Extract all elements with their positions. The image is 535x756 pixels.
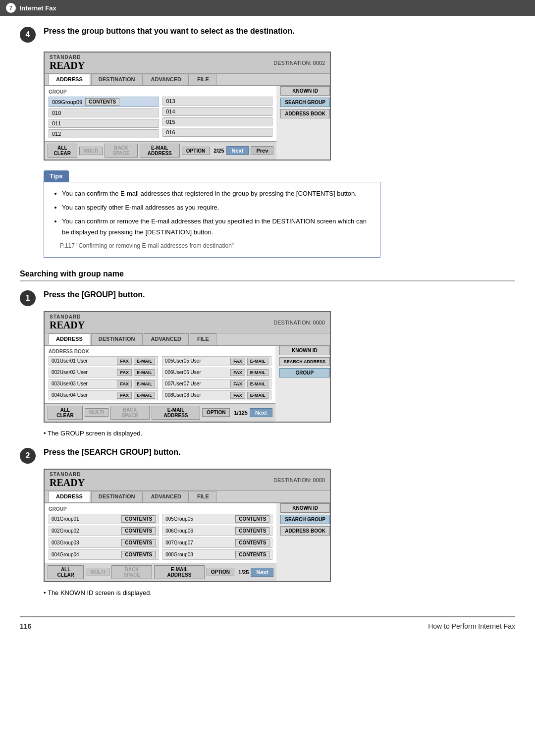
address-book-btn-1[interactable]: ADDRESS BOOK: [280, 109, 330, 118]
fax-btn-004[interactable]: FAX: [117, 392, 132, 399]
addr-013-num: 013: [166, 98, 180, 104]
group-btn-step1[interactable]: GROUP: [279, 368, 330, 378]
contents-btn-g006[interactable]: CONTENTS: [235, 527, 269, 535]
option-btn-step1[interactable]: OPTION: [202, 408, 230, 417]
fax-btn-006[interactable]: FAX: [230, 369, 245, 376]
option-btn-1[interactable]: OPTION: [182, 147, 210, 155]
fax-btn-003[interactable]: FAX: [117, 380, 132, 387]
contents-btn-009[interactable]: CONTENTS: [85, 98, 119, 106]
group-col-left-step2: 001Group01 CONTENTS 002Group02 CONTENTS …: [49, 514, 159, 560]
prev-btn-1[interactable]: Prev: [251, 146, 273, 155]
next-btn-1[interactable]: Next: [226, 146, 249, 155]
tab-advanced-1[interactable]: ADVANCED: [144, 74, 189, 85]
contents-btn-g003[interactable]: CONTENTS: [121, 539, 156, 546]
multi-btn-step2[interactable]: MULTI: [86, 568, 109, 576]
back-space-btn-1[interactable]: BACK SPACE: [105, 144, 137, 158]
fax-btn-007[interactable]: FAX: [230, 380, 245, 387]
email-btn-005[interactable]: E-MAIL: [247, 358, 268, 365]
fax-btn-005[interactable]: FAX: [230, 358, 245, 365]
group-row-005[interactable]: 005Group05 CONTENTS: [162, 514, 272, 524]
step-2-circle: 2: [20, 448, 36, 464]
address-row-015[interactable]: 015: [162, 117, 272, 126]
group-row-002[interactable]: 002Group02 CONTENTS: [49, 526, 159, 536]
known-id-btn-step1[interactable]: KNOWN ID: [279, 346, 330, 355]
tip-item-2: You can specify other E-mail addresses a…: [62, 202, 372, 213]
tab-destination-1[interactable]: DESTINATION: [91, 74, 143, 85]
email-btn-002[interactable]: E-MAIL: [134, 369, 155, 376]
tab-destination-step1[interactable]: DESTINATION: [91, 333, 143, 345]
screen-ready-step1: READY: [50, 320, 85, 331]
all-clear-btn-step2[interactable]: ALL CLEAR: [48, 565, 84, 579]
contents-btn-g001[interactable]: CONTENTS: [121, 515, 156, 523]
address-row-012[interactable]: 012: [49, 129, 159, 138]
user-row-001[interactable]: 001User01 User FAX E-MAIL: [49, 356, 158, 366]
known-id-btn-step2[interactable]: KNOWN ID: [280, 503, 330, 513]
all-clear-btn-1[interactable]: ALL CLEAR: [48, 144, 77, 158]
fax-btn-001[interactable]: FAX: [117, 358, 132, 365]
footer-title: How to Perform Internet Fax: [428, 622, 515, 630]
contents-btn-g008[interactable]: CONTENTS: [235, 551, 269, 558]
search-group-btn-step2[interactable]: SEARCH GROUP: [280, 515, 330, 524]
fax-btn-008[interactable]: FAX: [230, 392, 245, 399]
email-btn-007[interactable]: E-MAIL: [247, 380, 268, 387]
option-btn-step2[interactable]: OPTION: [207, 568, 234, 576]
address-row-009[interactable]: 009Group09 CONTENTS: [49, 97, 159, 107]
step-4-heading: 4 Press the group buttons that you want …: [20, 26, 515, 43]
addr-014-num: 014: [166, 108, 180, 114]
group-row-008[interactable]: 008Group08 CONTENTS: [162, 549, 272, 560]
address-row-010[interactable]: 010: [49, 108, 159, 117]
email-btn-001[interactable]: E-MAIL: [134, 358, 155, 365]
next-btn-step2[interactable]: Next: [251, 568, 273, 577]
email-btn-006[interactable]: E-MAIL: [247, 369, 268, 376]
group-row-004[interactable]: 004Group04 CONTENTS: [49, 549, 159, 560]
group-row-001[interactable]: 001Group01 CONTENTS: [49, 514, 159, 524]
email-btn-004[interactable]: E-MAIL: [134, 392, 155, 399]
search-group-btn-1[interactable]: SEARCH GROUP: [280, 98, 330, 107]
all-clear-btn-step1[interactable]: ALL CLEAR: [48, 406, 83, 420]
address-row-014[interactable]: 014: [162, 107, 272, 116]
user-row-006[interactable]: 006User06 User FAX E-MAIL: [162, 368, 271, 378]
tab-advanced-step2[interactable]: ADVANCED: [144, 491, 189, 502]
address-book-btn-step2[interactable]: ADDRESS BOOK: [280, 526, 330, 536]
user-001-name: 001User01 User: [52, 358, 115, 364]
group-row-003[interactable]: 003Group03 CONTENTS: [49, 538, 159, 548]
known-id-btn-1[interactable]: KNOWN ID: [280, 86, 330, 96]
tab-address-step1[interactable]: ADDRESS: [49, 333, 90, 345]
address-row-011[interactable]: 011: [49, 119, 159, 128]
email-address-btn-1[interactable]: E-MAIL ADDRESS: [140, 144, 180, 158]
tab-file-step1[interactable]: FILE: [190, 333, 216, 345]
tab-address-1[interactable]: ADDRESS: [49, 74, 90, 85]
contents-btn-g007[interactable]: CONTENTS: [235, 539, 269, 546]
user-row-005[interactable]: 005User05 User FAX E-MAIL: [162, 356, 271, 366]
user-row-002[interactable]: 002User02 User FAX E-MAIL: [49, 368, 158, 378]
tab-address-step2[interactable]: ADDRESS: [49, 491, 90, 502]
tab-advanced-step1[interactable]: ADVANCED: [144, 333, 189, 345]
contents-btn-g002[interactable]: CONTENTS: [121, 527, 156, 535]
group-row-006[interactable]: 006Group06 CONTENTS: [162, 526, 272, 536]
step2-note: The KNOWN ID screen is displayed.: [44, 589, 515, 596]
multi-btn-step1[interactable]: MULTI: [85, 408, 108, 417]
user-row-004[interactable]: 004User04 User FAX E-MAIL: [49, 390, 158, 400]
address-row-013[interactable]: 013: [162, 97, 272, 106]
tab-destination-step2[interactable]: DESTINATION: [91, 491, 143, 502]
user-row-007[interactable]: 007User07 User FAX E-MAIL: [162, 379, 271, 389]
back-space-btn-step2[interactable]: BACK SPACE: [111, 565, 152, 579]
next-btn-step1[interactable]: Next: [250, 408, 272, 417]
user-006-name: 006User06 User: [165, 370, 228, 375]
multi-btn-1[interactable]: MULTI: [79, 147, 103, 155]
contents-btn-g005[interactable]: CONTENTS: [235, 515, 269, 523]
contents-btn-g004[interactable]: CONTENTS: [121, 551, 156, 558]
email-address-btn-step1[interactable]: E-MAIL ADDRESS: [152, 406, 200, 420]
user-row-003[interactable]: 003User03 User FAX E-MAIL: [49, 379, 158, 389]
email-address-btn-step2[interactable]: E-MAIL ADDRESS: [154, 565, 205, 579]
user-row-008[interactable]: 008User08 User FAX E-MAIL: [162, 390, 271, 400]
back-space-btn-step1[interactable]: BACK SPACE: [110, 406, 150, 420]
fax-btn-002[interactable]: FAX: [117, 369, 132, 376]
tab-file-step2[interactable]: FILE: [190, 491, 216, 502]
group-row-007[interactable]: 007Group07 CONTENTS: [162, 538, 272, 548]
search-addr-btn-step1[interactable]: SEARCH ADDRESS: [279, 357, 330, 366]
address-row-016[interactable]: 016: [162, 128, 272, 137]
tab-file-1[interactable]: FILE: [190, 74, 216, 85]
email-btn-003[interactable]: E-MAIL: [134, 380, 155, 387]
email-btn-008[interactable]: E-MAIL: [247, 392, 268, 399]
